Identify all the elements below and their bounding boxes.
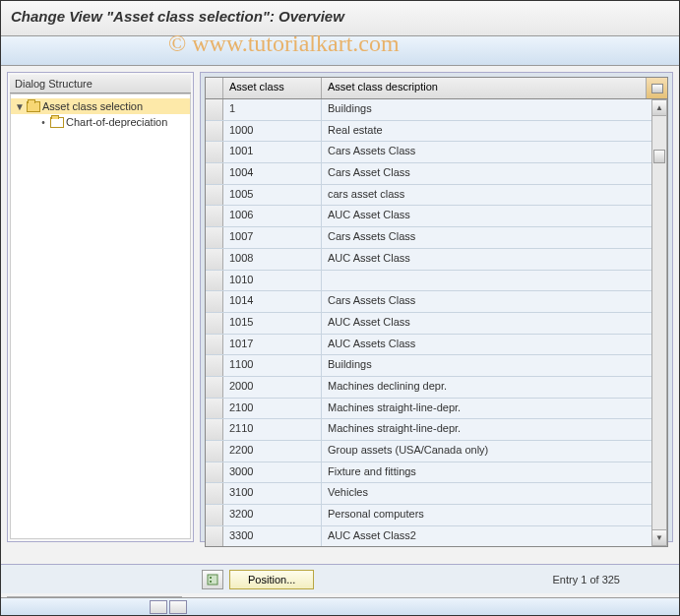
cell-asset-class[interactable]: 1008: [223, 249, 322, 270]
row-selector[interactable]: [206, 121, 223, 142]
cell-description[interactable]: AUC Asset Class: [322, 313, 667, 334]
table-row[interactable]: 3200Personal computers: [206, 505, 667, 526]
cell-asset-class[interactable]: 3100: [223, 483, 322, 504]
cell-description[interactable]: Cars Assets Class: [322, 291, 667, 312]
table-row[interactable]: 2100Machines straight-line-depr.: [206, 399, 667, 420]
row-selector[interactable]: [206, 271, 223, 291]
table-row[interactable]: 1007Cars Assets Class: [206, 227, 667, 249]
cell-description[interactable]: Machines straight-line-depr.: [322, 419, 667, 440]
table-row[interactable]: 1100Buildings: [206, 355, 667, 377]
cell-description[interactable]: Cars Assets Class: [322, 142, 667, 162]
tree-body: ▼ Asset class selection • Chart-of-depre…: [10, 93, 191, 539]
scroll-up-button[interactable]: ▲: [652, 100, 666, 116]
row-selector[interactable]: [206, 142, 223, 162]
cell-description[interactable]: Buildings: [322, 99, 667, 120]
collapse-icon[interactable]: ▼: [15, 101, 25, 112]
cell-asset-class[interactable]: 1017: [223, 335, 322, 355]
cell-description[interactable]: AUC Asset Class2: [322, 526, 667, 546]
table-row[interactable]: 3000Fixture and fittings: [206, 462, 667, 484]
cell-description[interactable]: [322, 271, 667, 291]
cell-asset-class[interactable]: 1007: [223, 227, 322, 248]
row-selector[interactable]: [206, 313, 223, 334]
table-row[interactable]: 1008AUC Asset Class: [206, 249, 667, 271]
cell-asset-class[interactable]: 3200: [223, 505, 322, 525]
row-selector[interactable]: [206, 505, 223, 525]
row-selector-header[interactable]: [206, 78, 223, 98]
table-row[interactable]: 1010: [206, 271, 667, 292]
cell-asset-class[interactable]: 3000: [223, 462, 322, 483]
row-selector[interactable]: [206, 335, 223, 355]
cell-description[interactable]: Vehicles: [322, 483, 667, 504]
table-row[interactable]: 3100Vehicles: [206, 483, 667, 505]
column-header-asset-class[interactable]: Asset class: [223, 78, 322, 98]
row-selector[interactable]: [206, 441, 223, 462]
table-row[interactable]: 1015AUC Asset Class: [206, 313, 667, 335]
tree-node-asset-class-selection[interactable]: ▼ Asset class selection: [11, 98, 190, 114]
cell-description[interactable]: cars asset class: [322, 185, 667, 206]
row-selector[interactable]: [206, 185, 223, 206]
cell-asset-class[interactable]: 1001: [223, 142, 322, 162]
row-selector[interactable]: [206, 291, 223, 312]
cell-description[interactable]: AUC Asset Class: [322, 249, 667, 270]
cell-asset-class[interactable]: 1005: [223, 185, 322, 206]
table-row[interactable]: 1Buildings: [206, 99, 667, 121]
row-selector[interactable]: [206, 206, 223, 226]
table-row[interactable]: 1014Cars Assets Class: [206, 291, 667, 313]
vertical-scrollbar[interactable]: ▲ ▼: [651, 99, 667, 546]
cell-description[interactable]: Group assets (USA/Canada only): [322, 441, 667, 462]
cell-description[interactable]: Buildings: [322, 355, 667, 376]
row-selector[interactable]: [206, 526, 223, 546]
cell-asset-class[interactable]: 2000: [223, 377, 322, 398]
cell-description[interactable]: Cars Asset Class: [322, 163, 667, 184]
table-row[interactable]: 2200Group assets (USA/Canada only): [206, 441, 667, 462]
row-selector[interactable]: [206, 99, 223, 120]
cell-description[interactable]: AUC Assets Class: [322, 335, 667, 355]
table-row[interactable]: 2000Machines declining depr.: [206, 377, 667, 399]
scroll-thumb[interactable]: [653, 150, 665, 163]
row-selector[interactable]: [206, 377, 223, 398]
position-icon-button[interactable]: [202, 570, 223, 589]
table-row[interactable]: 1000Real estate: [206, 121, 667, 143]
cell-asset-class[interactable]: 1015: [223, 313, 322, 334]
cell-asset-class[interactable]: 2200: [223, 441, 322, 462]
cell-description[interactable]: Machines straight-line-depr.: [322, 399, 667, 419]
cell-asset-class[interactable]: 1000: [223, 121, 322, 142]
cell-asset-class[interactable]: 1010: [223, 271, 322, 291]
status-bar-button[interactable]: [150, 600, 167, 614]
cell-asset-class[interactable]: 1014: [223, 291, 322, 312]
position-button[interactable]: Position...: [229, 570, 314, 589]
table-row[interactable]: 1004Cars Asset Class: [206, 163, 667, 185]
status-bar-button[interactable]: [169, 600, 187, 614]
table-row[interactable]: 1006AUC Asset Class: [206, 206, 667, 227]
row-selector[interactable]: [206, 419, 223, 440]
cell-description[interactable]: Real estate: [322, 121, 667, 142]
cell-description[interactable]: Machines declining depr.: [322, 377, 667, 398]
cell-description[interactable]: Cars Assets Class: [322, 227, 667, 248]
cell-asset-class[interactable]: 1: [223, 99, 322, 120]
row-selector[interactable]: [206, 249, 223, 270]
table-row[interactable]: 1001Cars Assets Class: [206, 142, 667, 163]
cell-asset-class[interactable]: 3300: [223, 526, 322, 546]
column-header-description[interactable]: Asset class description: [322, 78, 646, 98]
tree-node-chart-of-depreciation[interactable]: • Chart-of-depreciation: [11, 114, 190, 130]
row-selector[interactable]: [206, 163, 223, 184]
cell-asset-class[interactable]: 2100: [223, 399, 322, 419]
row-selector[interactable]: [206, 462, 223, 483]
cell-asset-class[interactable]: 2110: [223, 419, 322, 440]
row-selector[interactable]: [206, 355, 223, 376]
cell-description[interactable]: Personal computers: [322, 505, 667, 525]
row-selector[interactable]: [206, 399, 223, 419]
row-selector[interactable]: [206, 483, 223, 504]
table-row[interactable]: 1017AUC Assets Class: [206, 335, 667, 356]
cell-asset-class[interactable]: 1006: [223, 206, 322, 226]
table-row[interactable]: 3300AUC Asset Class2: [206, 526, 667, 546]
table-configure-button[interactable]: [646, 78, 667, 98]
cell-asset-class[interactable]: 1100: [223, 355, 322, 376]
cell-description[interactable]: Fixture and fittings: [322, 462, 667, 483]
table-row[interactable]: 2110Machines straight-line-depr.: [206, 419, 667, 441]
scroll-down-button[interactable]: ▼: [652, 529, 666, 545]
table-row[interactable]: 1005cars asset class: [206, 185, 667, 207]
cell-asset-class[interactable]: 1004: [223, 163, 322, 184]
cell-description[interactable]: AUC Asset Class: [322, 206, 667, 226]
row-selector[interactable]: [206, 227, 223, 248]
